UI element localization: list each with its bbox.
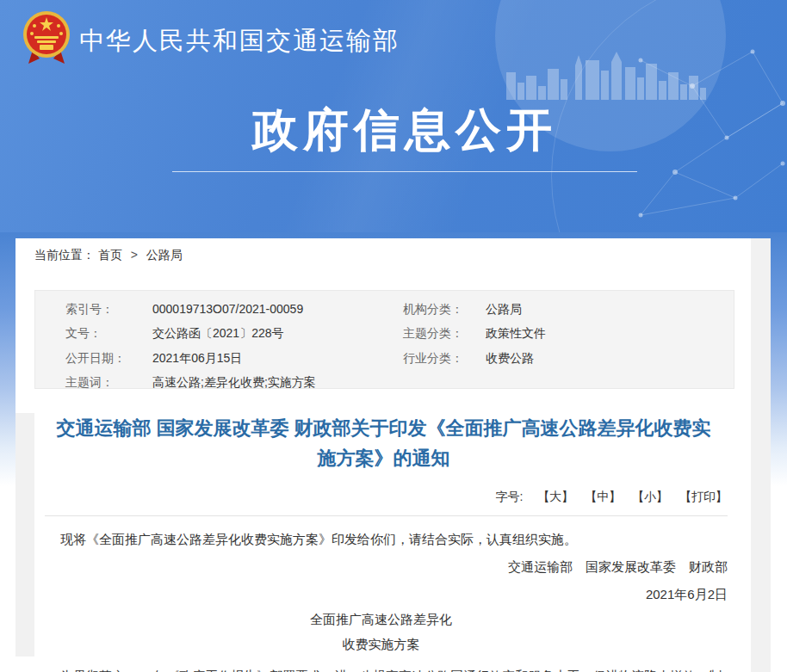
left-gray-strip (15, 413, 34, 657)
meta-row-docno: 文号： 交公路函〔2021〕228号 (65, 321, 403, 345)
breadcrumb-section-link[interactable]: 公路局 (146, 248, 183, 262)
network-decoration (623, 26, 787, 232)
plan-title-line1: 全面推广高速公路差异化 (34, 607, 728, 632)
font-size-controls: 字号: 【大】 【中】 【小】 【打印】 (496, 490, 728, 505)
scrollbar-track[interactable] (751, 238, 771, 672)
print-button[interactable]: 【打印】 (679, 490, 728, 503)
article-paragraph: 为贯彻落实2021年《政府工作报告》部署要求，进一步提高高速公路网通行效率和服务… (34, 663, 728, 672)
meta-row-topic: 主题分类： 政策性文件 (403, 321, 734, 345)
meta-row-org: 机构分类： 公路局 (403, 297, 734, 321)
breadcrumb: 当前位置： 首页 > 公路局 (34, 248, 183, 263)
font-small-button[interactable]: 【小】 (632, 490, 668, 503)
article-paragraph: 现将《全面推广高速公路差异化收费实施方案》印发给你们，请结合实际，认真组织实施。 (34, 527, 728, 552)
site-title[interactable]: 中华人民共和国交通运输部 (79, 24, 400, 59)
meta-row-pubdate: 公开日期： 2021年06月15日 (65, 346, 403, 370)
meta-row-keywords: 主题词： 高速公路;差异化收费;实施方案 (65, 370, 403, 394)
page-heading: 政府信息公开 (172, 100, 637, 162)
font-large-button[interactable]: 【大】 (537, 490, 573, 503)
document-title: 交通运输部 国家发展改革委 财政部关于印发《全面推广高速公路差异化收费实施方案》… (54, 413, 713, 473)
document-meta-table: 索引号： 000019713O07/2021-00059 文号： 交公路函〔20… (34, 290, 734, 389)
article-body: 现将《全面推广高速公路差异化收费实施方案》印发给你们，请结合实际，认真组织实施。… (34, 520, 728, 672)
font-size-label: 字号: (496, 490, 524, 503)
article-date: 2021年6月2日 (34, 582, 728, 607)
breadcrumb-separator: > (131, 248, 138, 262)
article-signature: 交通运输部 国家发展改革委 财政部 (34, 554, 728, 579)
national-emblem-icon (22, 10, 71, 65)
title-divider (45, 515, 728, 516)
content-panel: 当前位置： 首页 > 公路局 索引号： 000019713O07/2021-00… (15, 238, 771, 672)
meta-row-index: 索引号： 000019713O07/2021-00059 (65, 297, 403, 321)
breadcrumb-home-link[interactable]: 首页 (98, 248, 122, 262)
banner: 中华人民共和国交通运输部 政府信息公开 (0, 0, 787, 232)
meta-row-industry: 行业分类： 收费公路 (403, 346, 734, 370)
plan-title-line2: 收费实施方案 (34, 632, 728, 657)
breadcrumb-label: 当前位置： (34, 248, 95, 262)
heading-underline (172, 171, 637, 172)
font-medium-button[interactable]: 【中】 (585, 490, 621, 503)
